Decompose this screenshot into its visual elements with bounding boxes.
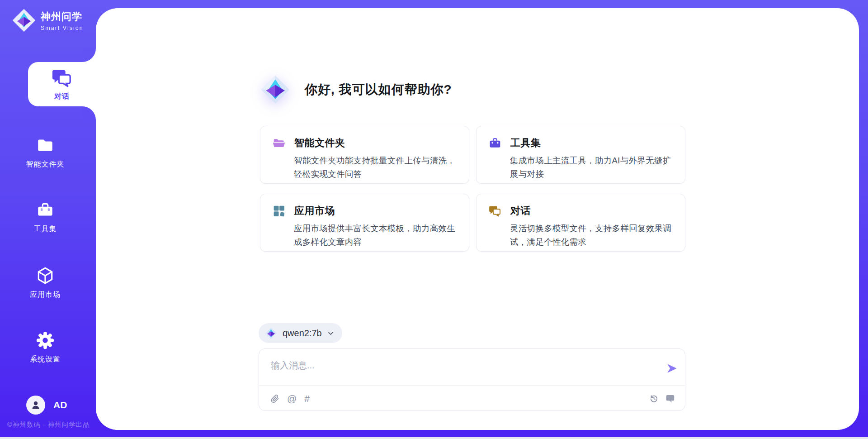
card-app-market[interactable]: 应用市场 应用市场提供丰富长文本模板，助力高效生成多样化文章内容 [260,194,469,252]
gear-icon [36,331,55,350]
grid-icon [273,205,285,217]
card-description: 智能文件夹功能支持批量文件上传与清洗，轻松实现文件问答 [294,154,457,181]
card-title: 对话 [510,204,531,218]
sidebar-item-label: 系统设置 [0,355,90,364]
cube-icon [36,266,55,285]
greeting-title: 你好, 我可以如何帮助你? [305,81,452,98]
composer-toolbar: @ # [270,386,675,411]
toolbar-left: @ # [270,394,310,403]
hash-icon[interactable]: # [304,394,310,403]
briefcase-icon [36,200,55,220]
card-description: 集成市场上主流工具，助力AI与外界无缝扩展与对接 [510,154,673,181]
sidebar-item-market[interactable]: 应用市场 [0,266,90,300]
sidebar-item-label: 对话 [28,92,96,101]
user-profile[interactable]: AD [26,396,67,415]
person-icon [30,400,41,410]
chat-bubbles-icon [52,67,72,88]
card-title: 应用市场 [294,204,335,218]
sidebar-item-label: 应用市场 [0,290,90,300]
briefcase-icon [489,137,501,149]
message-composer: @ # [259,348,685,411]
brand-subtitle: Smart Vision [41,25,84,31]
sidebar-item-settings[interactable]: 系统设置 [0,331,90,364]
diamond-logo-icon [12,8,36,33]
tab-curve-bottom [82,106,96,120]
sidebar-item-chat[interactable]: 对话 [28,62,96,106]
model-selector[interactable]: qwen2:7b [259,323,342,343]
card-smart-folder[interactable]: 智能文件夹 智能文件夹功能支持批量文件上传与清洗，轻松实现文件问答 [260,126,469,184]
sidebar: 神州问学 Smart Vision 对话 智能文件夹 工具集 [0,0,96,439]
paperclip-icon[interactable] [270,394,279,403]
diamond-logo-icon [265,327,277,339]
send-icon[interactable] [666,363,678,374]
diamond-logo-icon [260,75,290,105]
sidebar-item-label: 工具集 [0,224,90,234]
card-chat[interactable]: 对话 灵活切换多模型文件，支持多样回复效果调试，满足个性化需求 [476,194,685,252]
message-icon[interactable] [665,394,675,403]
card-title: 工具集 [510,136,541,150]
feature-cards: 智能文件夹 智能文件夹功能支持批量文件上传与清洗，轻松实现文件问答 工具集 集成… [260,126,685,252]
tab-curve-top [82,48,96,62]
copyright-text: ©神州数码 · 神州问学出品 [7,420,90,429]
message-input[interactable] [271,356,642,374]
chat-bubbles-icon [489,205,501,217]
toolbar-right [649,394,675,403]
card-description: 灵活切换多模型文件，支持多样回复效果调试，满足个性化需求 [510,222,673,248]
avatar [26,396,45,415]
brand-name: 神州问学 [41,10,84,24]
at-icon[interactable]: @ [287,394,297,403]
sidebar-item-label: 智能文件夹 [0,160,90,169]
model-name: qwen2:7b [283,328,322,339]
window-bottom-edge [0,437,868,439]
history-icon[interactable] [649,394,659,403]
user-initials: AD [53,400,67,410]
sidebar-item-toolset[interactable]: 工具集 [0,200,90,234]
folder-icon [36,136,55,155]
card-toolset[interactable]: 工具集 集成市场上主流工具，助力AI与外界无缝扩展与对接 [476,126,685,184]
greeting-block: 你好, 我可以如何帮助你? [260,75,452,105]
sidebar-item-folders[interactable]: 智能文件夹 [0,136,90,169]
main-panel: 你好, 我可以如何帮助你? 智能文件夹 智能文件夹功能支持批量文件上传与清洗，轻… [96,8,859,430]
card-description: 应用市场提供丰富长文本模板，助力高效生成多样化文章内容 [294,222,457,248]
chevron-down-icon [327,330,334,337]
brand: 神州问学 Smart Vision [12,8,84,33]
folder-open-icon [273,137,285,149]
card-title: 智能文件夹 [294,136,345,150]
